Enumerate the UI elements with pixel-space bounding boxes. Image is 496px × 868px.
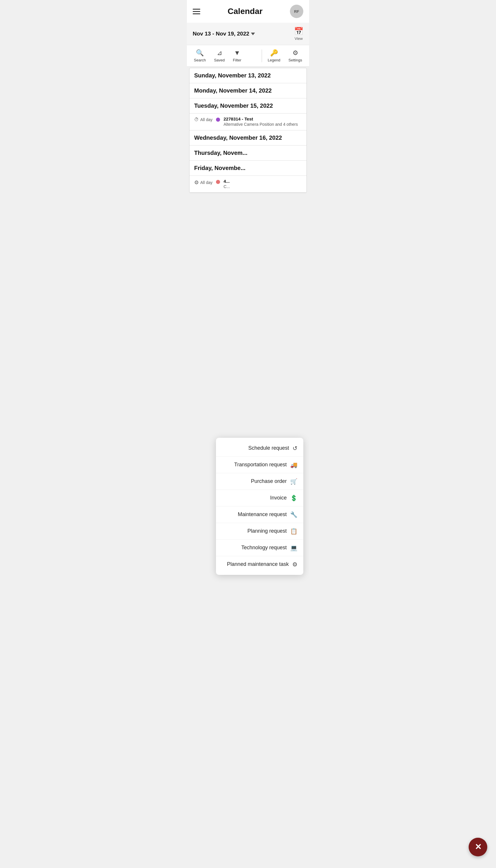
settings-label: Settings	[289, 58, 302, 62]
dropdown-item-icon-planning-request: 📋	[290, 528, 297, 535]
dropdown-item-icon-planned-maintenance-task: ⚙	[292, 561, 297, 568]
dropdown-item-icon-invoice: 💲	[290, 495, 297, 501]
app-header: Calendar RF	[187, 0, 309, 23]
event-info-tuesday: 2278314 - Test Alternative Camera Positi…	[223, 117, 302, 127]
toolbar-right: 🔑 Legend ⚙ Settings	[264, 47, 306, 64]
dropdown-item-label: Schedule request	[222, 445, 289, 451]
day-header-thursday[interactable]: Thursday, Novem...	[189, 145, 307, 161]
avatar[interactable]: RF	[290, 5, 303, 18]
dropdown-item-label: Planning request	[222, 528, 287, 534]
settings-icon: ⚙	[293, 49, 298, 57]
dropdown-item-planned-maintenance-task[interactable]: Planned maintenance task ⚙	[216, 556, 303, 573]
day-header-friday[interactable]: Friday, Novembe...	[189, 161, 307, 176]
event-title-tuesday: 2278314 - Test	[223, 117, 302, 121]
view-label: View	[295, 36, 303, 41]
dropdown-item-maintenance-request[interactable]: Maintenance request 🔧	[216, 507, 303, 523]
event-dot-friday	[216, 180, 220, 184]
dropdown-menu: Schedule request ↺ Transportation reques…	[216, 438, 303, 575]
legend-icon: 🔑	[270, 49, 278, 57]
filter-icon: ▼	[234, 49, 241, 57]
dropdown-item-label: Maintenance request	[222, 511, 287, 517]
dropdown-item-icon-technology-request: 💻	[290, 544, 297, 551]
date-range-text: Nov 13 - Nov 19, 2022	[193, 31, 249, 37]
day-header-monday[interactable]: Monday, November 14, 2022	[189, 83, 307, 98]
toolbar-divider	[262, 49, 262, 62]
gear-icon-friday: ⚙	[194, 179, 199, 186]
saved-button[interactable]: ⊿ Saved	[210, 47, 229, 64]
day-header-wednesday[interactable]: Wednesday, November 16, 2022	[189, 130, 307, 145]
calendar-icon: 📅	[294, 27, 303, 36]
dropdown-item-invoice[interactable]: Invoice 💲	[216, 490, 303, 507]
calendar-content: Sunday, November 13, 2022 Monday, Novemb…	[189, 68, 307, 193]
search-button[interactable]: 🔍 Search	[190, 47, 210, 64]
event-title-friday: 4...	[223, 179, 302, 184]
dropdown-item-icon-transportation-request: 🚚	[290, 461, 297, 468]
search-icon: 🔍	[196, 49, 204, 57]
dropdown-item-icon-schedule-request: ↺	[293, 445, 297, 452]
event-sub-friday: C...	[223, 184, 302, 189]
event-sub-tuesday: Alternative Camera Position and 4 others	[223, 122, 302, 127]
legend-button[interactable]: 🔑 Legend	[264, 47, 284, 64]
filter-button[interactable]: ▼ Filter	[229, 47, 245, 64]
toolbar: 🔍 Search ⊿ Saved ▼ Filter 🔑 Legend ⚙ Set…	[187, 45, 309, 67]
clock-icon: ⏱	[194, 117, 199, 122]
dropdown-item-purchase-order[interactable]: Purchase order 🛒	[216, 473, 303, 490]
dropdown-item-label: Purchase order	[222, 478, 287, 484]
dropdown-item-label: Planned maintenance task	[222, 561, 289, 567]
dropdown-item-schedule-request[interactable]: Schedule request ↺	[216, 440, 303, 457]
chevron-down-icon	[251, 33, 255, 35]
dropdown-item-icon-purchase-order: 🛒	[290, 478, 297, 485]
event-time-tuesday: ⏱ All day	[194, 117, 213, 122]
filter-label: Filter	[233, 58, 241, 62]
dropdown-item-label: Transportation request	[222, 462, 287, 468]
settings-button[interactable]: ⚙ Settings	[284, 47, 306, 64]
view-button[interactable]: 📅 View	[294, 27, 303, 41]
event-row-friday[interactable]: ⚙ All day 4... C...	[189, 176, 307, 193]
toolbar-left: 🔍 Search ⊿ Saved ▼ Filter	[190, 47, 260, 64]
event-dot-tuesday	[216, 118, 220, 122]
day-header-sunday[interactable]: Sunday, November 13, 2022	[189, 68, 307, 83]
day-header-tuesday[interactable]: Tuesday, November 15, 2022	[189, 98, 307, 113]
event-row-tuesday[interactable]: ⏱ All day 2278314 - Test Alternative Cam…	[189, 113, 307, 130]
saved-label: Saved	[214, 58, 225, 62]
dropdown-item-transportation-request[interactable]: Transportation request 🚚	[216, 457, 303, 473]
saved-icon: ⊿	[217, 49, 222, 57]
date-range-bar: Nov 13 - Nov 19, 2022 📅 View	[187, 23, 309, 45]
search-label: Search	[194, 58, 206, 62]
dropdown-item-icon-maintenance-request: 🔧	[290, 511, 297, 518]
event-time-friday: ⚙ All day	[194, 179, 213, 186]
dropdown-item-label: Invoice	[222, 495, 287, 501]
event-info-friday: 4... C...	[223, 179, 302, 189]
dropdown-item-planning-request[interactable]: Planning request 📋	[216, 523, 303, 540]
dropdown-item-technology-request[interactable]: Technology request 💻	[216, 540, 303, 556]
legend-label: Legend	[268, 58, 280, 62]
dropdown-item-label: Technology request	[222, 545, 287, 551]
page-title: Calendar	[228, 7, 263, 16]
date-range-selector[interactable]: Nov 13 - Nov 19, 2022	[193, 31, 255, 37]
hamburger-menu[interactable]	[193, 9, 200, 14]
